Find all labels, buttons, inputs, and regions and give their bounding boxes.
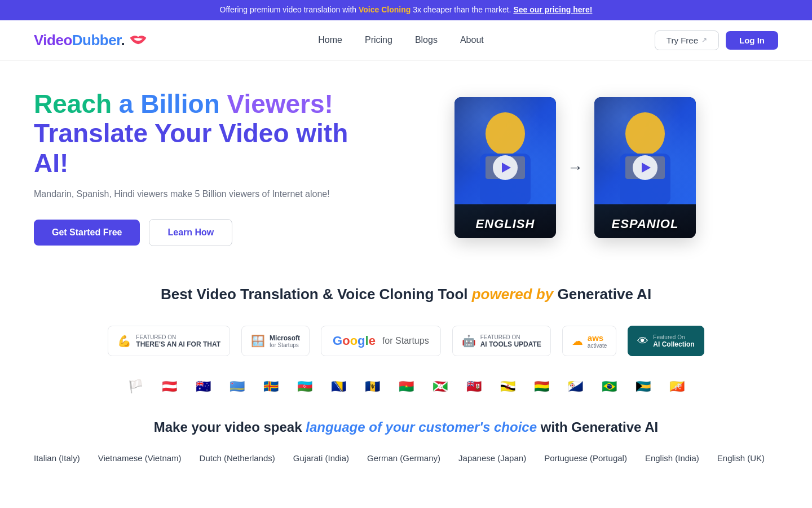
language-title-italic: language of your customer's choice [306, 419, 537, 435]
play-button-espaniol[interactable] [633, 155, 657, 180]
hero-translate: Translate Your Video with AI! [34, 119, 348, 178]
features-banner: Best Video Translation & Voice Cloning T… [0, 269, 812, 314]
language-section: Make your video speak language of your c… [0, 406, 812, 444]
flag-item: 🏳️ [121, 376, 150, 397]
features-title: Best Video Translation & Voice Cloning T… [34, 286, 778, 303]
powered-by: powered by [472, 286, 553, 303]
language-title: Make your video speak language of your c… [34, 419, 778, 435]
banner-text-middle: 3x cheaper than the market. [413, 5, 513, 14]
logo-text: VideoDubber. [34, 32, 125, 49]
hero-reach: Reach [34, 89, 119, 119]
external-link-icon: ↗ [701, 36, 707, 44]
language-item-portuguese: Portuguese (Portugal) [544, 453, 627, 463]
hero-left: Reach a Billion Viewers! Translate Your … [34, 89, 350, 247]
language-item-italian: Italian (Italy) [34, 453, 80, 463]
flag-item: 🇧🇸 [628, 376, 657, 397]
hero-section: Reach a Billion Viewers! Translate Your … [0, 61, 812, 269]
video-label-english: ENGLISH [454, 217, 556, 231]
svg-point-0 [486, 112, 525, 155]
language-item-english-india: English (India) [645, 453, 699, 463]
voice-cloning-highlight: Voice Cloning [359, 5, 411, 14]
hero-actions: Get Started Free Learn How [34, 219, 350, 246]
flag-item: 🇧🇦 [324, 376, 353, 397]
flag-item: 🇧🇴 [527, 376, 556, 397]
main-nav: VideoDubber. Home Pricing Blogs About Tr… [0, 20, 812, 61]
google-badge: Google for Startups [321, 326, 441, 356]
hero-right: ENGLISH → ESPANIOL [372, 97, 778, 238]
logo[interactable]: VideoDubber. [34, 32, 147, 49]
flag-item: 🇧🇫 [391, 376, 421, 397]
flag-item: 🇦🇿 [290, 376, 319, 397]
language-item-vietnamese: Vietnamese (Vietnam) [98, 453, 182, 463]
gen-ai: Generative AI [553, 286, 651, 303]
get-started-button[interactable]: Get Started Free [34, 220, 140, 246]
play-button-english[interactable] [493, 155, 518, 180]
aws-badge: ☁ aws activate [562, 326, 616, 356]
flag-item: 🇦🇺 [188, 376, 218, 397]
flag-item: 🇦🇹 [155, 376, 184, 397]
pricing-link[interactable]: See our pricing here! [513, 5, 592, 14]
learn-how-button[interactable]: Learn How [149, 219, 232, 246]
flag-item: 🇧🇳 [493, 376, 522, 397]
nav-pricing[interactable]: Pricing [365, 35, 392, 45]
logos-strip: 💪 FEATURED ON THERE'S AN AI FOR THAT 🪟 M… [0, 314, 812, 367]
banner-text-before: Offering premium video translation with [220, 5, 359, 14]
login-button[interactable]: Log In [726, 31, 778, 50]
flags-strip: 🏳️ 🇦🇹 🇦🇺 🇦🇼 🇦🇽 🇦🇿 🇧🇦 🇧🇧 🇧🇫 🇧🇮 🇧🇲 🇧🇳 🇧🇴 🇧… [0, 367, 812, 406]
nav-actions: Try Free ↗ Log In [655, 30, 778, 50]
robot-icon: 🤖 [462, 334, 476, 348]
features-title-before: Best Video Translation & Voice Cloning T… [161, 286, 472, 303]
flag-item: 🇧🇧 [358, 376, 387, 397]
hero-viewers: Viewers! [227, 89, 333, 119]
flag-item: 🇧🇮 [425, 376, 454, 397]
video-card-espaniol: ESPANIOL [594, 97, 696, 238]
nav-about[interactable]: About [460, 35, 484, 45]
language-title-after: with Generative AI [537, 419, 658, 435]
video-card-bg-english: ENGLISH [454, 97, 556, 238]
language-item-german: German (Germany) [367, 453, 440, 463]
try-free-button[interactable]: Try Free ↗ [655, 30, 719, 50]
flag-item: 🇦🇼 [222, 376, 251, 397]
language-item-english-uk: English (UK) [717, 453, 765, 463]
nav-home[interactable]: Home [318, 35, 342, 45]
muscle-icon: 💪 [117, 334, 131, 348]
flag-item: 🇦🇽 [256, 376, 285, 397]
flag-item: 🇧🇷 [594, 376, 624, 397]
flag-item: 🇧🇲 [459, 376, 488, 397]
nav-blogs[interactable]: Blogs [415, 35, 438, 45]
translation-arrow: → [567, 159, 583, 177]
hero-heading: Reach a Billion Viewers! Translate Your … [34, 89, 350, 179]
ai-tools-badge: 🤖 FEATURED ON AI TOOLS UPDATE [452, 326, 551, 356]
language-item-japanese: Japanese (Japan) [458, 453, 526, 463]
hero-billion: a Billion [119, 89, 227, 119]
aws-icon: ☁ [572, 334, 583, 348]
flag-item: 🇧🇶 [561, 376, 590, 397]
video-card-english: ENGLISH [454, 97, 556, 238]
ai-collection-badge: 👁 Featured On AI Collection [628, 326, 704, 356]
language-list: Italian (Italy) Vietnamese (Vietnam) Dut… [0, 444, 812, 472]
google-for-startups: for Startups [382, 336, 429, 346]
google-logo: Google [333, 334, 376, 348]
microsoft-icon: 🪟 [251, 334, 265, 348]
lips-icon [129, 34, 147, 46]
theres-an-ai-badge: 💪 FEATURED ON THERE'S AN AI FOR THAT [108, 326, 230, 356]
language-title-before: Make your video speak [154, 419, 306, 435]
video-card-bg-espaniol: ESPANIOL [594, 97, 696, 238]
microsoft-badge: 🪟 Microsoft for Startups [241, 326, 310, 356]
flag-item: 🇧🇹 [662, 376, 691, 397]
language-item-dutch: Dutch (Netherlands) [200, 453, 275, 463]
top-banner: Offering premium video translation with … [0, 0, 812, 20]
eye-icon: 👁 [637, 335, 648, 348]
language-item-gujarati: Gujarati (India) [293, 453, 349, 463]
video-label-espaniol: ESPANIOL [594, 217, 696, 231]
svg-point-3 [625, 112, 665, 155]
nav-links: Home Pricing Blogs About [318, 35, 483, 45]
hero-subtext: Mandarin, Spanish, Hindi viewers make 5 … [34, 187, 350, 201]
